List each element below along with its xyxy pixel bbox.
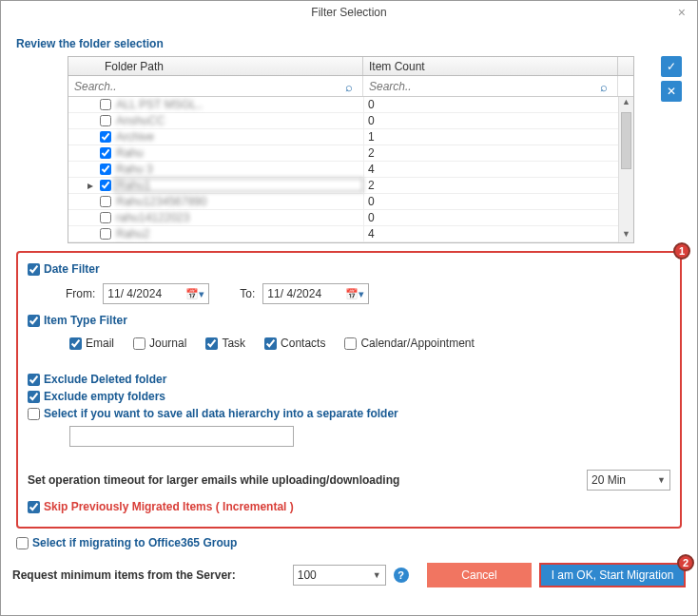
- header-folder-path[interactable]: Folder Path: [68, 57, 363, 75]
- row-folder-path: Rahu1234567890: [114, 194, 363, 209]
- from-label: From:: [66, 287, 95, 300]
- exclude-empty-row: Exclude empty folders: [28, 390, 670, 403]
- search-input-path[interactable]: [72, 79, 345, 94]
- row-indicator-icon: [68, 113, 97, 128]
- search-cell-path: ⌕: [68, 76, 363, 96]
- row-item-count: 0: [363, 97, 633, 112]
- row-checkbox-cell: [97, 178, 114, 193]
- skip-migrated-checkbox[interactable]: [28, 501, 40, 513]
- folder-grid-wrap: Folder Path Item Count ⌕ ⌕: [68, 56, 655, 243]
- header-item-count[interactable]: Item Count: [363, 57, 618, 75]
- table-row[interactable]: Rahu 34: [68, 162, 633, 178]
- table-row[interactable]: rahu141220230: [68, 210, 633, 226]
- deselect-all-button[interactable]: ✕: [661, 81, 682, 102]
- row-folder-path: Archive: [114, 129, 363, 144]
- window-title: Filter Selection: [311, 6, 386, 19]
- row-checkbox[interactable]: [100, 131, 111, 143]
- row-checkbox[interactable]: [100, 212, 111, 223]
- date-filter-checkbox[interactable]: [28, 263, 40, 276]
- task-checkbox[interactable]: [205, 337, 218, 350]
- table-row[interactable]: ▸Rahu12: [68, 178, 633, 194]
- search-input-count[interactable]: [367, 79, 600, 94]
- exclude-deleted-checkbox[interactable]: [28, 374, 40, 386]
- request-min-row: Request minimum items from the Server: 1…: [12, 563, 686, 587]
- row-item-count: 2: [363, 145, 633, 161]
- grid-body[interactable]: ALL PST MSGL..0AnshuCC0Archive1Rahu2Rahu…: [68, 97, 633, 242]
- row-checkbox[interactable]: [100, 99, 111, 110]
- task-option[interactable]: Task: [205, 337, 245, 350]
- table-row[interactable]: ALL PST MSGL..0: [68, 97, 633, 113]
- row-checkbox[interactable]: [100, 164, 111, 175]
- calendar-option[interactable]: Calendar/Appointment: [344, 337, 474, 350]
- journal-option[interactable]: Journal: [133, 337, 186, 350]
- email-checkbox[interactable]: [69, 337, 82, 350]
- table-row[interactable]: Rahu24: [68, 226, 633, 242]
- row-item-count: 1: [363, 129, 633, 144]
- row-checkbox[interactable]: [100, 180, 111, 191]
- item-type-filter-checkbox[interactable]: [28, 315, 40, 327]
- help-icon[interactable]: ?: [394, 568, 409, 583]
- grid-side-buttons: ✓ ✕: [661, 56, 682, 106]
- table-row[interactable]: AnshuCC0: [68, 113, 633, 129]
- row-checkbox-cell: [97, 97, 114, 112]
- contacts-option[interactable]: Contacts: [264, 337, 325, 350]
- row-checkbox[interactable]: [100, 196, 111, 207]
- exclude-empty-label: Exclude empty folders: [44, 390, 165, 403]
- scroll-down-icon[interactable]: ▼: [619, 229, 633, 242]
- table-row[interactable]: Rahu12345678900: [68, 194, 633, 210]
- table-row[interactable]: Archive1: [68, 129, 633, 145]
- grid-scrollbar[interactable]: ▲ ▼: [618, 97, 633, 242]
- to-date-picker[interactable]: 11/ 4/2024 📅▾: [262, 283, 369, 304]
- timeout-combo[interactable]: 20 Min ▼: [587, 470, 670, 491]
- from-date-picker[interactable]: 11/ 4/2024 📅▾: [103, 283, 209, 304]
- row-checkbox[interactable]: [100, 115, 111, 126]
- row-checkbox-cell: [97, 162, 114, 177]
- row-folder-path: Rahu2: [114, 226, 363, 241]
- close-icon[interactable]: ×: [672, 1, 691, 24]
- row-folder-path: Rahu: [114, 145, 363, 161]
- request-min-combo[interactable]: 100 ▼: [293, 565, 386, 586]
- filters-box: 1 Date Filter From: 11/ 4/2024 📅▾ To: 11…: [16, 251, 682, 529]
- row-checkbox[interactable]: [100, 147, 111, 159]
- date-filter-row: Date Filter: [28, 262, 670, 276]
- select-all-button[interactable]: ✓: [661, 56, 682, 77]
- email-option[interactable]: Email: [69, 337, 114, 350]
- scroll-thumb[interactable]: [621, 112, 631, 169]
- journal-checkbox[interactable]: [133, 337, 145, 350]
- from-date-value: 11/ 4/2024: [107, 287, 162, 300]
- row-item-count: 0: [363, 210, 633, 225]
- migrate-group-checkbox[interactable]: [16, 537, 29, 549]
- filter-selection-window: Filter Selection × Review the folder sel…: [0, 0, 698, 616]
- timeout-label: Set operation timeout for larger emails …: [28, 473, 399, 487]
- row-indicator-icon: [68, 210, 97, 225]
- start-migration-label: I am OK, Start Migration: [552, 568, 674, 582]
- item-type-filter-label: Item Type Filter: [44, 314, 127, 327]
- contacts-checkbox[interactable]: [264, 337, 277, 350]
- row-item-count: 0: [363, 113, 633, 128]
- search-icon[interactable]: ⌕: [600, 80, 613, 93]
- row-checkbox[interactable]: [100, 228, 111, 240]
- hierarchy-folder-input[interactable]: [69, 426, 294, 447]
- start-migration-button[interactable]: I am OK, Start Migration 2: [539, 563, 686, 587]
- titlebar: Filter Selection ×: [1, 1, 697, 24]
- row-checkbox-cell: [97, 210, 114, 225]
- callout-badge-2: 2: [677, 554, 694, 571]
- timeout-value: 20 Min: [591, 473, 626, 487]
- save-hierarchy-label: Select if you want to save all data hier…: [44, 407, 398, 420]
- calendar-icon[interactable]: 📅▾: [345, 288, 364, 300]
- search-icon[interactable]: ⌕: [345, 80, 359, 93]
- row-folder-path: ALL PST MSGL..: [114, 97, 363, 112]
- date-filter-label: Date Filter: [44, 262, 100, 276]
- table-row[interactable]: Rahu2: [68, 145, 633, 162]
- calendar-checkbox[interactable]: [344, 337, 357, 350]
- exclude-empty-checkbox[interactable]: [28, 391, 40, 403]
- row-checkbox-cell: [97, 129, 114, 144]
- save-hierarchy-checkbox[interactable]: [28, 408, 40, 420]
- cancel-button[interactable]: Cancel: [427, 563, 532, 587]
- row-folder-path: Rahu1: [114, 178, 363, 192]
- scroll-up-icon[interactable]: ▲: [619, 97, 633, 110]
- row-item-count: 0: [363, 194, 633, 209]
- calendar-icon[interactable]: 📅▾: [185, 288, 204, 300]
- folder-grid: Folder Path Item Count ⌕ ⌕: [68, 56, 634, 243]
- migrate-group-row: Select if migrating to Office365 Group: [16, 536, 686, 549]
